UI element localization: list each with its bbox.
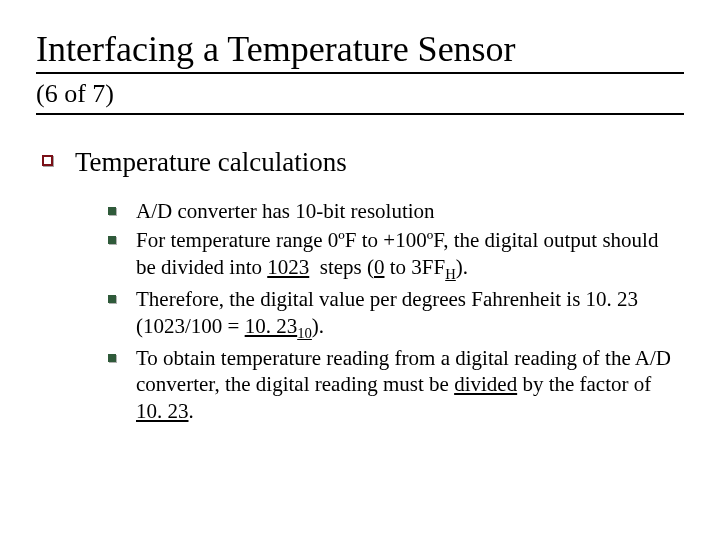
list-item-text: Therefore, the digital value per degrees… xyxy=(136,286,674,343)
list-item-text: To obtain temperature reading from a dig… xyxy=(136,345,674,426)
square-filled-icon xyxy=(108,354,116,362)
list-item: A/D converter has 10-bit resolution xyxy=(108,198,674,225)
square-outline-icon xyxy=(42,155,53,166)
list-item: Therefore, the digital value per degrees… xyxy=(108,286,674,343)
list-item-text: A/D converter has 10-bit resolution xyxy=(136,198,435,225)
list-item: For temperature range 0ºF to +100ºF, the… xyxy=(108,227,674,284)
list-item-text: For temperature range 0ºF to +100ºF, the… xyxy=(136,227,674,284)
square-filled-icon xyxy=(108,236,116,244)
level1-text: Temperature calculations xyxy=(75,145,347,180)
slide: Interfacing a Temperature Sensor (6 of 7… xyxy=(0,0,720,540)
slide-title: Interfacing a Temperature Sensor xyxy=(36,30,684,74)
level2-list: A/D converter has 10-bit resolution For … xyxy=(108,198,674,425)
list-item: To obtain temperature reading from a dig… xyxy=(108,345,674,426)
bullet-level1: Temperature calculations xyxy=(42,145,684,180)
square-filled-icon xyxy=(108,207,116,215)
square-filled-icon xyxy=(108,295,116,303)
slide-subtitle: (6 of 7) xyxy=(36,78,684,115)
